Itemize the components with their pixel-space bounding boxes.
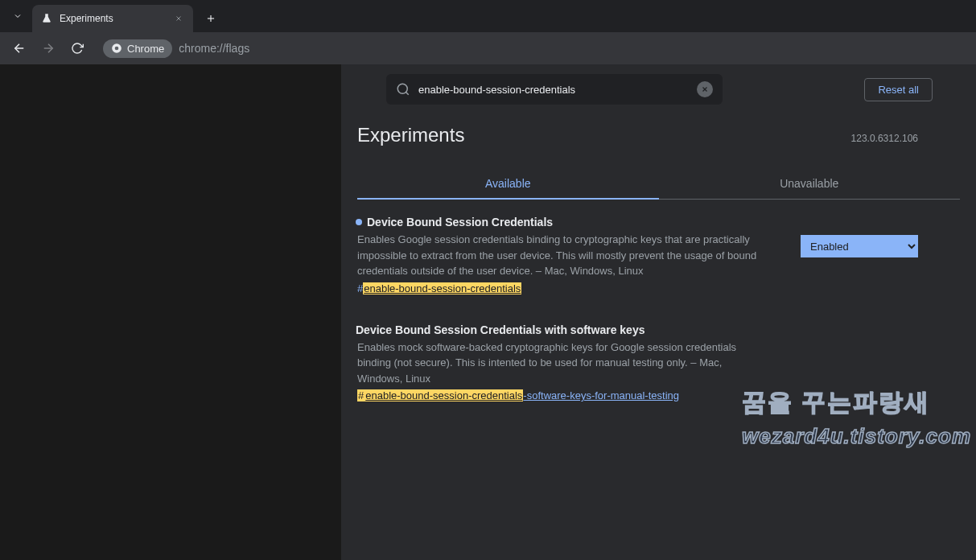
flag-state-select[interactable]: Enabled [801, 235, 918, 257]
search-input[interactable] [418, 84, 689, 96]
chrome-icon [111, 43, 122, 54]
tab-bar: Experiments [0, 0, 976, 32]
browser-tab[interactable]: Experiments [32, 5, 193, 32]
flag-anchor-rest[interactable]: -software-keys-for-manual-testing [523, 389, 679, 401]
clear-search-button[interactable] [697, 81, 713, 97]
search-box [386, 74, 723, 105]
flag-body: Device Bound Session Credentials with so… [356, 323, 768, 402]
arrow-right-icon [41, 41, 56, 56]
reset-all-button[interactable]: Reset all [864, 78, 933, 101]
flag-hash: #enable-bound-session-credentials-softwa… [357, 389, 768, 401]
flag-title: Device Bound Session Credentials with so… [356, 323, 644, 336]
tab-unavailable[interactable]: Unavailable [659, 169, 961, 200]
tab-title: Experiments [60, 13, 172, 24]
chevron-down-icon [13, 11, 23, 21]
flag-entry: Device Bound Session Credentials with so… [348, 323, 918, 402]
back-button[interactable] [6, 35, 32, 61]
arrow-left-icon [12, 41, 27, 56]
close-icon[interactable] [172, 12, 185, 25]
plus-icon [205, 13, 216, 24]
svg-point-7 [115, 47, 119, 51]
tabs-row: Available Unavailable [341, 169, 976, 200]
version-label: 123.0.6312.106 [851, 133, 918, 144]
flag-anchor-link[interactable]: enable-bound-session-credentials [363, 282, 521, 294]
flag-title: Device Bound Session Credentials [367, 216, 553, 229]
address-bar[interactable]: Chrome chrome://flags [103, 39, 249, 58]
flask-icon [40, 12, 53, 25]
search-row: Reset all [341, 64, 976, 114]
page-title-row: Experiments 123.0.6312.106 [341, 114, 976, 146]
tab-search-dropdown[interactable] [6, 5, 29, 27]
modified-indicator [356, 219, 362, 225]
page-title: Experiments [357, 124, 464, 146]
search-icon [396, 82, 410, 97]
reload-icon [71, 42, 84, 55]
watermark-line2: wezard4u.tistory.com [742, 424, 971, 449]
chrome-badge-text: Chrome [127, 43, 164, 55]
content-area: Reset all Experiments 123.0.6312.106 Ava… [0, 64, 976, 560]
main-panel: Reset all Experiments 123.0.6312.106 Ava… [341, 64, 976, 560]
reload-button[interactable] [64, 35, 90, 61]
flags-list: Device Bound Session Credentials Enables… [341, 200, 976, 401]
svg-point-8 [397, 84, 407, 93]
browser-toolbar: Chrome chrome://flags [0, 32, 976, 64]
flag-anchor-link[interactable]: enable-bound-session-credentials [364, 389, 523, 401]
flag-entry: Device Bound Session Credentials Enables… [348, 216, 918, 294]
flag-title-row: Device Bound Session Credentials with so… [356, 323, 768, 336]
flag-title-row: Device Bound Session Credentials [356, 216, 768, 229]
tab-available[interactable]: Available [357, 169, 659, 200]
flag-description: Enables mock software-backed cryptograph… [357, 340, 768, 387]
svg-line-9 [406, 92, 408, 94]
flag-hash: #enable-bound-session-credentials [357, 282, 768, 294]
forward-button[interactable] [35, 35, 61, 61]
left-gutter [0, 64, 341, 560]
url-text: chrome://flags [179, 42, 249, 55]
close-icon [701, 85, 709, 93]
new-tab-button[interactable] [200, 7, 222, 30]
flag-body: Device Bound Session Credentials Enables… [356, 216, 768, 294]
flag-description: Enables Google session credentials bindi… [357, 232, 768, 279]
chrome-badge: Chrome [103, 39, 172, 58]
hash-sign: # [357, 389, 364, 401]
